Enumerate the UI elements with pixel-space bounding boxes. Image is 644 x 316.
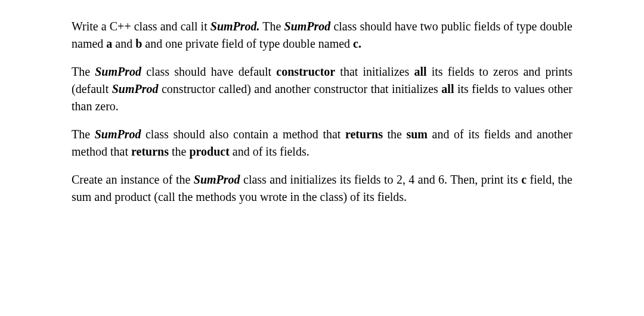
text: class should have default <box>141 65 276 78</box>
text: The <box>72 65 95 78</box>
keyword-product: product <box>189 145 229 158</box>
keyword-sum: sum <box>406 128 428 141</box>
field-b: b <box>135 37 142 50</box>
keyword-returns: returns <box>131 145 169 158</box>
class-name: SumProd <box>95 128 141 141</box>
class-name: SumProd <box>95 65 141 78</box>
text: that initializes <box>335 65 414 78</box>
text: class should also contain a method that <box>141 128 345 141</box>
text: class and initializes its fields to 2, 4… <box>240 173 522 186</box>
text: Create an instance of the <box>72 173 194 186</box>
keyword-all: all <box>441 82 454 95</box>
keyword-all: all <box>414 65 426 78</box>
class-name: SumProd <box>112 82 159 95</box>
text: The <box>72 128 95 141</box>
paragraph-1: Write a C++ class and call it SumProd. T… <box>72 18 572 52</box>
text: constructor called) and another construc… <box>159 82 442 95</box>
keyword-constructor: constructor <box>276 65 335 78</box>
paragraph-2: The SumProd class should have default co… <box>72 63 572 115</box>
field-c: c <box>521 173 527 186</box>
text: and one private field of type double nam… <box>142 37 353 50</box>
paragraph-3: The SumProd class should also contain a … <box>72 126 572 160</box>
class-name: SumProd. <box>210 20 260 33</box>
keyword-returns: returns <box>345 128 383 141</box>
text: the <box>169 145 189 158</box>
class-name: SumProd <box>194 173 240 186</box>
field-c: c. <box>353 37 361 50</box>
text: The <box>260 20 284 33</box>
field-a: a <box>106 37 112 50</box>
text: the <box>383 128 407 141</box>
text: and of its fields. <box>230 145 309 158</box>
paragraph-4: Create an instance of the SumProd class … <box>72 171 572 206</box>
text: and <box>112 37 135 50</box>
text: Write a C++ class and call it <box>72 20 210 33</box>
class-name: SumProd <box>284 20 331 33</box>
